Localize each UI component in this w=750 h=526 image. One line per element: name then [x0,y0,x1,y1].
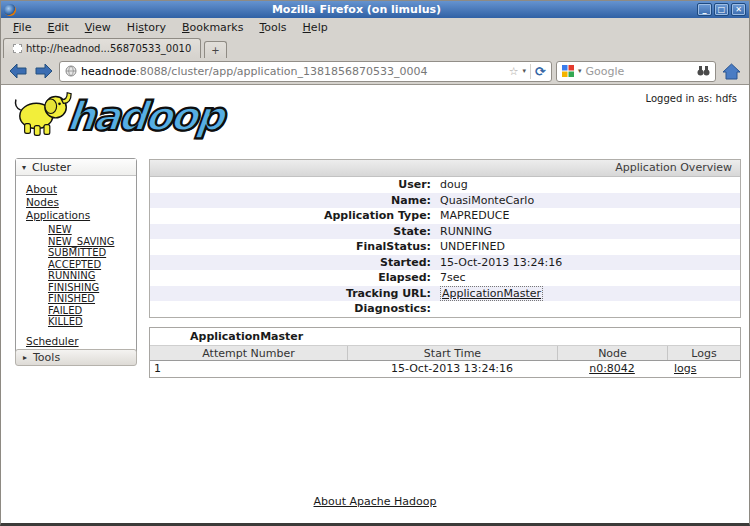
tracking-url-link[interactable]: ApplicationMaster [440,286,543,301]
maximize-button[interactable]: □ [714,3,729,16]
field-label: Tracking URL: [150,287,437,300]
table-title: ApplicationMaster [150,328,740,345]
panel-title: Application Overview [150,160,740,177]
logged-in-status: Logged in as: hdfs [646,93,737,104]
sidebar-item-failed[interactable]: FAILED [48,305,134,317]
sidebar-item-about[interactable]: About [26,183,134,196]
sidebar-section-tools[interactable]: ▸ Tools [15,349,137,366]
forward-arrow-icon [33,61,55,81]
menu-bar: File Edit View History Bookmarks Tools H… [1,18,749,37]
sidebar-item-applications[interactable]: Applications [26,209,134,222]
hadoop-wordmark: hadoop [65,93,226,139]
about-apache-hadoop-link[interactable]: About Apache Hadoop [314,495,437,508]
field-value: QuasiMonteCarlo [437,194,534,207]
forward-button[interactable] [33,61,55,81]
column-header-attempt-number: Attempt Number [150,346,347,360]
menu-tools[interactable]: Tools [251,19,294,36]
start-time-cell: 15-Oct-2013 13:24:16 [347,361,557,377]
tab-bar: http://headnod...56870533_0010 + [1,37,749,58]
page-content: Logged in as: hdfs hadoop ▾ Cluster [1,85,749,523]
sidebar-item-killed[interactable]: KILLED [48,316,134,328]
reload-button[interactable]: ⟳ [530,64,546,79]
urlbar-dropdown-icon[interactable]: ▾ [523,67,527,75]
menu-bookmarks[interactable]: Bookmarks [174,19,251,36]
sidebar-item-nodes[interactable]: Nodes [26,196,134,209]
sidebar-item-running[interactable]: RUNNING [48,270,134,282]
sidebar-item-new[interactable]: NEW [48,224,134,236]
attempt-number-cell: 1 [150,361,347,377]
field-value: UNDEFINED [437,240,505,253]
navigation-toolbar: headnode:8088/cluster/app/application_13… [1,58,749,85]
sidebar-item-scheduler[interactable]: Scheduler [26,335,79,348]
cluster-section-label: Cluster [32,161,71,174]
field-label: FinalStatus: [150,240,437,253]
table-header-row: Attempt Number Start Time Node Logs [150,345,740,361]
page-footer: About Apache Hadoop [1,495,749,508]
home-button[interactable] [720,63,743,80]
page-favicon-icon [13,44,22,53]
node-link[interactable]: n0:8042 [589,362,635,375]
back-arrow-icon [7,61,29,81]
search-input[interactable]: Google [586,65,693,78]
field-label: Name: [150,194,437,207]
tab-active[interactable]: http://headnod...56870533_0010 [3,38,201,58]
sidebar-section-cluster[interactable]: ▾ Cluster [16,159,136,176]
chevron-down-icon: ▾ [22,163,26,172]
logs-link[interactable]: logs [674,362,697,375]
column-header-logs: Logs [667,346,740,360]
home-icon [722,63,741,80]
main-column: Application Overview User:doug Name:Quas… [149,159,741,378]
search-bar[interactable]: ▾ Google [556,61,716,82]
application-overview-panel: Application Overview User:doug Name:Quas… [149,159,741,318]
chevron-right-icon: ▸ [23,353,27,362]
sidebar-item-finished[interactable]: FINISHED [48,293,134,305]
field-label: Application Type: [150,209,437,222]
application-master-table: ApplicationMaster Attempt Number Start T… [149,327,741,378]
binoculars-search-icon[interactable] [697,66,710,76]
overview-row-elapsed: Elapsed:7sec [150,270,740,286]
sidebar-item-submitted[interactable]: SUBMITTED [48,247,134,259]
overview-row-tracking-url: Tracking URL:ApplicationMaster [150,286,740,302]
menu-history[interactable]: History [119,19,174,36]
field-label: User: [150,178,437,191]
back-button[interactable] [7,61,29,81]
sidebar-nav: ▾ Cluster About Nodes Applications NEW N… [15,158,137,358]
overview-row-finalstatus: FinalStatus:UNDEFINED [150,239,740,255]
field-label: Started: [150,256,437,269]
url-text: headnode:8088/cluster/app/application_13… [81,65,428,78]
firefox-window: Mozilla Firefox (on limulus) _ □ ✕ File … [0,0,750,526]
sidebar-item-finishing[interactable]: FINISHING [48,282,134,294]
google-icon [562,65,574,77]
search-engine-dropdown-icon[interactable]: ▾ [578,67,582,75]
overview-row-state: State:RUNNING [150,224,740,240]
title-bar[interactable]: Mozilla Firefox (on limulus) _ □ ✕ [1,1,749,18]
bookmark-star-icon[interactable]: ☆ [509,65,519,78]
field-label: Elapsed: [150,271,437,284]
minimize-button[interactable]: _ [697,3,712,16]
field-label: State: [150,225,437,238]
globe-icon [65,65,77,77]
overview-row-diagnostics: Diagnostics: [150,301,740,317]
table-row: 1 15-Oct-2013 13:24:16 n0:8042 logs [150,361,740,377]
field-value: doug [437,178,468,191]
field-value: 7sec [437,271,466,284]
menu-edit[interactable]: Edit [39,19,76,36]
field-value: 15-Oct-2013 13:24:16 [437,256,562,269]
field-label: Diagnostics: [150,302,437,315]
menu-file[interactable]: File [5,19,39,36]
menu-help[interactable]: Help [295,19,336,36]
sidebar-item-new-saving[interactable]: NEW_SAVING [48,236,134,248]
column-header-node: Node [557,346,667,360]
new-tab-button[interactable]: + [204,41,226,58]
column-header-start-time: Start Time [347,346,557,360]
sidebar-item-accepted[interactable]: ACCEPTED [48,259,134,271]
close-button[interactable]: ✕ [731,3,746,16]
field-value: RUNNING [437,225,492,238]
firefox-icon [4,4,16,16]
overview-row-user: User:doug [150,177,740,193]
menu-view[interactable]: View [77,19,119,36]
plus-icon: + [211,45,219,56]
url-bar[interactable]: headnode:8088/cluster/app/application_13… [59,61,552,82]
field-value: MAPREDUCE [437,209,509,222]
overview-row-application-type: Application Type:MAPREDUCE [150,208,740,224]
